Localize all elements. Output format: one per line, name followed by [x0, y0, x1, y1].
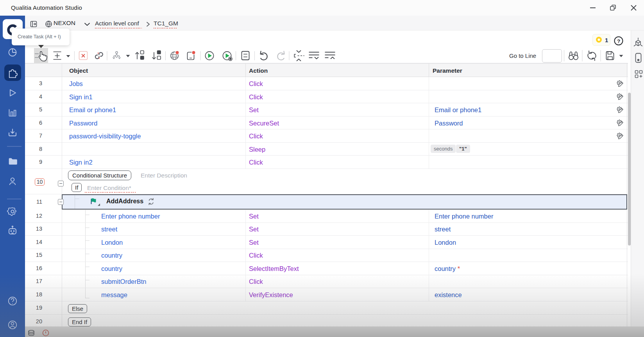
- svg-text:?: ?: [617, 38, 620, 44]
